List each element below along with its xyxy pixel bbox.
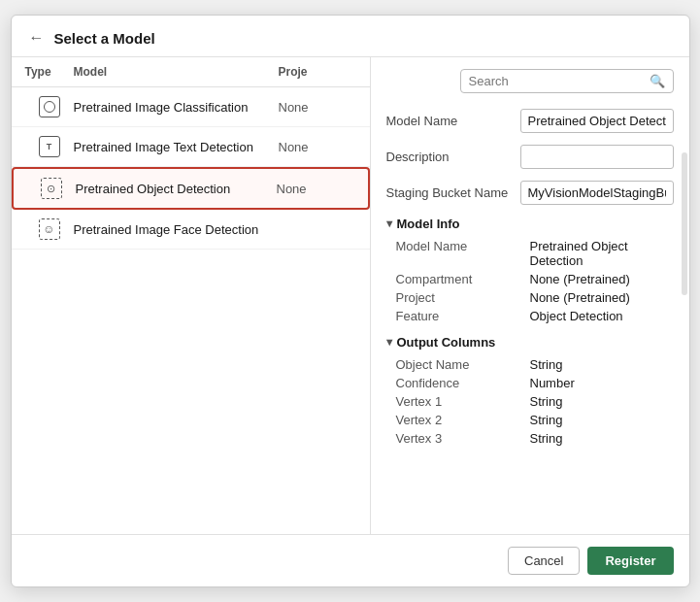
object-detect-icon (41, 178, 62, 199)
row-project: None (279, 140, 356, 154)
model-info-section-title: Model Info (386, 217, 674, 231)
row-name: Pretrained Image Text Detection (74, 140, 279, 154)
model-list-panel: Type Model Proje Pretrained Image Classi… (12, 57, 371, 534)
output-label: Vertex 1 (396, 394, 522, 409)
row-type-icon (25, 218, 74, 240)
select-model-dialog: ← Select a Model Type Model Proje Pretra… (11, 15, 690, 587)
description-input[interactable] (520, 145, 674, 169)
model-name-row: Model Name (386, 107, 674, 135)
search-row: 🔍 (386, 69, 674, 93)
output-row: Vertex 1 String (386, 392, 674, 411)
output-value: Number (530, 376, 674, 390)
info-value: None (Pretrained) (530, 272, 674, 286)
output-columns-section-title: Output Columns (386, 335, 674, 350)
face-detect-icon (39, 218, 60, 240)
info-label: Feature (396, 309, 522, 323)
col-project: Proje (279, 65, 356, 79)
info-value: None (Pretrained) (530, 290, 674, 305)
dialog-header: ← Select a Model (12, 16, 689, 57)
output-columns-rows: Object Name String Confidence Number Ver… (386, 355, 674, 448)
info-value: Object Detection (530, 309, 674, 323)
form-section: Model Name Description Staging Bucket Na… (386, 107, 674, 207)
dialog-footer: Cancel Register (12, 534, 689, 586)
text-detect-icon: T (39, 136, 60, 157)
info-value: Pretrained Object Detection (530, 239, 674, 268)
info-label: Compartment (396, 272, 522, 286)
model-info-rows: Model Name Pretrained Object Detection C… (386, 237, 674, 325)
details-panel: 🔍 Model Name Description Staging Bucket … (371, 57, 689, 534)
info-row: Project None (Pretrained) (386, 288, 674, 307)
register-button[interactable]: Register (587, 547, 673, 575)
dialog-body: Type Model Proje Pretrained Image Classi… (12, 57, 689, 534)
search-icon: 🔍 (650, 74, 665, 88)
output-value: String (530, 357, 674, 372)
info-row: Model Name Pretrained Object Detection (386, 237, 674, 270)
col-type: Type (25, 65, 74, 79)
staging-bucket-label: Staging Bucket Name (386, 185, 513, 200)
dialog-title: Select a Model (54, 30, 155, 47)
col-model: Model (74, 65, 279, 79)
back-button[interactable]: ← (29, 29, 45, 47)
description-row: Description (386, 143, 674, 171)
info-label: Project (396, 290, 522, 305)
output-value: String (530, 431, 674, 446)
model-row[interactable]: Pretrained Image Classification None (12, 87, 370, 127)
row-name: Pretrained Image Classification (74, 100, 279, 115)
row-project: None (277, 182, 354, 196)
output-label: Vertex 3 (396, 431, 522, 446)
model-row[interactable]: T Pretrained Image Text Detection None (12, 127, 370, 167)
info-label: Model Name (396, 239, 522, 268)
output-value: String (530, 413, 674, 427)
staging-bucket-input[interactable] (520, 181, 674, 205)
output-row: Object Name String (386, 355, 674, 374)
info-row: Feature Object Detection (386, 307, 674, 325)
output-value: String (530, 394, 674, 409)
scrollbar[interactable] (682, 152, 687, 295)
info-row: Compartment None (Pretrained) (386, 270, 674, 288)
output-row: Vertex 3 String (386, 429, 674, 448)
description-label: Description (386, 150, 513, 164)
output-label: Object Name (396, 357, 522, 372)
model-name-label: Model Name (386, 114, 513, 128)
row-type-icon: T (25, 136, 74, 157)
output-label: Vertex 2 (396, 413, 522, 427)
staging-bucket-row: Staging Bucket Name (386, 179, 674, 207)
classify-icon (39, 96, 60, 117)
row-type-icon (27, 178, 76, 199)
right-panel-wrap: 🔍 Model Name Description Staging Bucket … (371, 57, 689, 534)
search-input[interactable] (469, 74, 650, 88)
output-row: Vertex 2 String (386, 411, 674, 429)
model-name-input[interactable] (520, 109, 674, 133)
row-project: None (279, 100, 356, 115)
search-box[interactable]: 🔍 (460, 69, 674, 93)
output-label: Confidence (396, 376, 522, 390)
row-name: Pretrained Image Face Detection (74, 222, 279, 237)
model-row[interactable]: Pretrained Image Face Detection (12, 210, 370, 250)
cancel-button[interactable]: Cancel (508, 547, 580, 575)
row-type-icon (25, 96, 74, 117)
output-row: Confidence Number (386, 374, 674, 392)
table-header: Type Model Proje (12, 57, 370, 87)
model-row-selected[interactable]: Pretrained Object Detection None (12, 167, 370, 210)
row-name: Pretrained Object Detection (76, 182, 277, 196)
